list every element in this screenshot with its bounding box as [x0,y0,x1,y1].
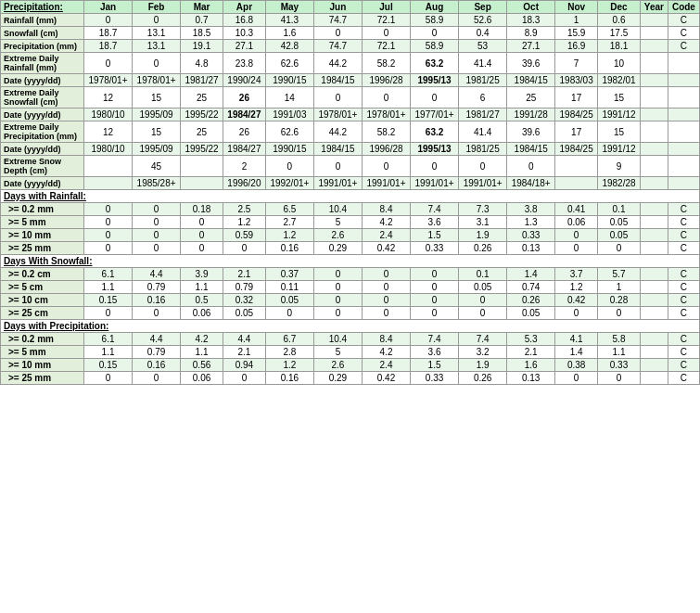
cell: 0 [133,307,181,320]
cell [640,203,668,216]
cell: 6.7 [265,333,313,346]
cell: 1978/01+ [133,74,181,87]
cell: 52.6 [459,14,507,27]
cell: 1984/27 [223,143,265,156]
cell: 1.5 [411,229,459,242]
cell: 1.1 [598,346,641,359]
cell: 0.94 [223,359,265,372]
cell: 1984/15 [507,143,555,156]
cell: 0.38 [555,359,598,372]
cell: 27.1 [223,40,265,53]
cell: 58.2 [362,53,410,74]
cell: 0.6 [598,14,641,27]
cell: 0.05 [459,281,507,294]
cell: 44.2 [313,53,362,74]
cell [640,40,668,53]
cell: 0.05 [507,307,555,320]
cell: 4.2 [362,346,410,359]
cell: 1 [598,281,641,294]
cell: 0 [313,307,362,320]
cell: 0.56 [181,359,223,372]
cell: 0.33 [411,242,459,255]
cell: 1981/25 [459,143,507,156]
cell: 2.4 [362,359,410,372]
cell: 1996/20 [223,177,265,190]
row-label: >= 25 mm [1,372,84,385]
cell: 1.9 [459,359,507,372]
header-mar: Mar [181,1,223,14]
cell: 2.1 [223,268,265,281]
cell: 0 [507,156,555,177]
cell: 1.6 [265,27,313,40]
cell: 6.1 [84,268,133,281]
cell: 0.1 [598,203,641,216]
cell: 1984/25 [555,109,598,121]
cell: 1991/01+ [362,177,410,190]
table-row: Extreme Snow Depth (cm)4520000009 [1,156,700,177]
cell: 0 [411,294,459,307]
cell: 26 [223,87,265,109]
cell: 45 [133,156,181,177]
cell [640,359,668,372]
cell: 2.6 [313,359,362,372]
header-oct: Oct [507,1,555,14]
cell: 0 [555,372,598,385]
cell: 58.2 [362,121,410,143]
cell [640,229,668,242]
cell: 0 [181,242,223,255]
cell: 5 [313,216,362,229]
header-jan: Jan [84,1,133,14]
cell: 1990/15 [265,143,313,156]
cell: 3.8 [507,203,555,216]
cell: 1995/22 [181,143,223,156]
cell: 2 [223,156,265,177]
cell: 1982/28 [598,177,641,190]
cell: 0.41 [555,203,598,216]
cell: 7.4 [411,333,459,346]
cell: 0 [133,229,181,242]
cell: C [668,14,699,27]
cell [640,14,668,27]
cell: 0.42 [362,242,410,255]
cell: 1983/03 [555,74,598,87]
cell: 12 [84,87,133,109]
cell: 18.7 [84,40,133,53]
table-row: Extreme Daily Snowfall (cm)1215252614000… [1,87,700,109]
cell: 0 [555,229,598,242]
header-may: May [265,1,313,14]
table-row: >= 5 mm1.10.791.12.12.854.23.63.22.11.41… [1,346,700,359]
cell: 0.42 [362,372,410,385]
cell: 0 [133,372,181,385]
cell: 15 [598,121,641,143]
cell: 1991/03 [265,109,313,121]
cell: 0.59 [223,229,265,242]
cell: 16.8 [223,14,265,27]
cell: 0.79 [133,281,181,294]
climate-table: Precipitation: Jan Feb Mar Apr May Jun J… [0,0,700,385]
cell: 1995/13 [411,74,459,87]
cell: 1991/28 [507,109,555,121]
cell: 5.3 [507,333,555,346]
cell: 0 [133,216,181,229]
section-header-row: Days With Snowfall: [1,255,700,268]
cell: 1991/12 [598,109,641,121]
section-title: Days with Rainfall: [1,190,700,203]
cell: 17.5 [598,27,641,40]
cell: 4.4 [133,333,181,346]
cell: 3.6 [411,346,459,359]
cell [640,372,668,385]
cell: 12 [84,121,133,143]
cell: 74.7 [313,40,362,53]
cell: 0 [223,372,265,385]
cell: 62.6 [265,121,313,143]
cell [668,143,699,156]
row-label: Date (yyyy/dd) [1,143,84,156]
cell: 0.13 [507,242,555,255]
cell [181,177,223,190]
cell: C [668,281,699,294]
row-label: Date (yyyy/dd) [1,74,84,87]
cell: 0.16 [133,359,181,372]
cell [640,74,668,87]
row-label: Date (yyyy/dd) [1,177,84,190]
cell: 3.6 [411,216,459,229]
